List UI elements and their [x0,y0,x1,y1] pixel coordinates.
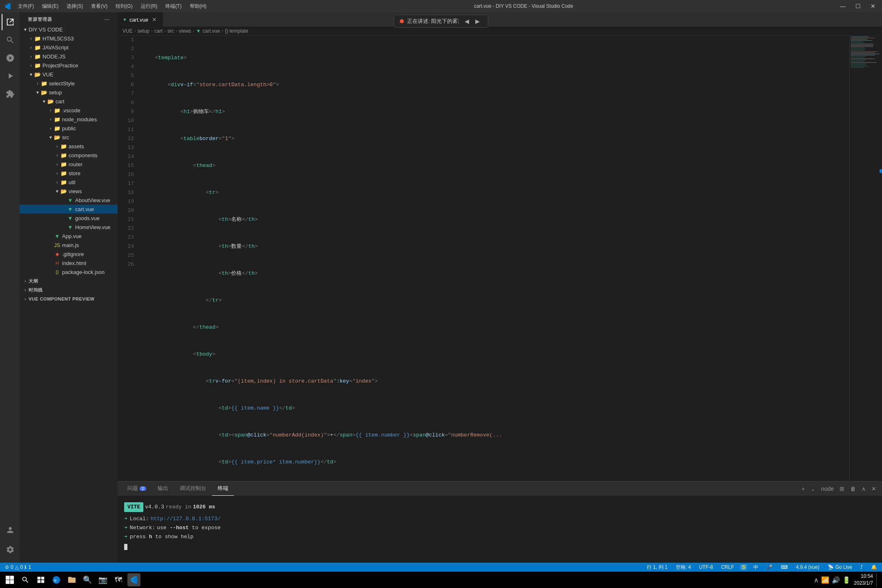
root-arrow[interactable]: ▼ [22,26,29,33]
sidebar-more-icon[interactable]: ··· [105,17,109,22]
status-cursor[interactable]: 行 1, 列 1 [645,564,669,571]
window-close[interactable]: ✕ [868,2,878,10]
sidebar-item-goods[interactable]: › ▼ goods.vue [20,214,118,223]
local-url[interactable]: http://127.0.0.1:5173/ [151,514,221,523]
arrow-store[interactable]: › [54,170,60,176]
status-go-live[interactable]: 📡 Go Live [826,564,854,570]
arrow-router[interactable]: › [54,161,60,167]
menu-view[interactable]: 查看(V) [88,2,111,11]
arrow-setup[interactable]: ▼ [34,89,41,96]
notification-next[interactable]: ▶ [473,17,482,26]
menu-select[interactable]: 选择(S) [63,2,86,11]
arrow-src[interactable]: ▼ [47,134,54,140]
menu-file[interactable]: 文件(F) [15,2,37,11]
panel-add-chevron[interactable]: ⌄ [809,485,817,493]
activity-run[interactable] [2,68,18,84]
sidebar-item-vscode[interactable]: › 📁 .vscode [20,106,118,115]
arrow-views[interactable]: ▼ [54,188,60,194]
breadcrumb-views[interactable]: views [179,28,191,34]
sidebar-item-util[interactable]: › 📁 util [20,178,118,187]
sidebar-item-packagelock[interactable]: › {} package-lock.json [20,267,118,276]
activity-explorer[interactable] [2,14,18,30]
panel-toolbar[interactable]: + ⌄ node ⊞ 🗑 ∧ ✕ [800,485,878,493]
notification-arrows[interactable]: ◀ ▶ [463,17,482,26]
sidebar-item-setup[interactable]: ▼ 📂 setup [20,88,118,97]
taskbar-explorer-button[interactable] [65,573,78,586]
taskbar-taskview-button[interactable] [34,573,47,586]
sidebar-item-src[interactable]: ▼ 📂 src [20,133,118,142]
activity-git[interactable] [2,50,18,66]
sidebar-content[interactable]: ▼ DIY VS CODE › 📁 HTML5CSS3 › 📁 JAVAScri… [20,25,118,563]
tray-volume[interactable]: 🔊 [832,576,840,584]
sidebar-item-nodejs[interactable]: › 📁 NODE.JS [20,52,118,61]
status-line-ending[interactable]: CRLF [719,564,735,570]
arrow-util[interactable]: › [54,179,60,185]
taskbar-maps-button[interactable]: 🗺 [112,573,125,586]
sidebar-item-node_modules[interactable]: › 📁 node_modules [20,115,118,124]
sidebar-item-views[interactable]: ▼ 📂 views [20,187,118,196]
panel-add-button[interactable]: + [800,485,806,493]
taskbar-snip-button[interactable]: 📷 [96,573,109,586]
tree-root[interactable]: ▼ DIY VS CODE [20,25,118,34]
arrow-vue[interactable]: ▼ [28,71,34,78]
panel-close-button[interactable]: ✕ [870,485,878,493]
status-keyboard[interactable]: ⌨ [779,564,789,570]
sidebar-item-mainjs[interactable]: › JS main.js [20,241,118,249]
arrow-vscode[interactable]: › [47,107,54,114]
arrow-html5css3[interactable]: › [28,35,34,42]
arrow-assets[interactable]: › [54,143,60,149]
activity-account[interactable] [2,522,18,538]
arrow-public[interactable]: › [47,125,54,131]
taskbar-start-button[interactable] [3,573,16,586]
sidebar-item-aboutview[interactable]: › ▼ AboutView.vue [20,196,118,205]
code-editor[interactable]: 12345 678910 1112131415 1617181920 21222… [118,36,882,481]
sidebar-item-html5css3[interactable]: › 📁 HTML5CSS3 [20,34,118,43]
sidebar-item-indexhtml[interactable]: › H index.html [20,258,118,267]
panel-split-button[interactable]: ⊞ [838,485,846,493]
status-bell[interactable]: 🔔 [869,564,879,570]
title-bar-menu[interactable]: 文件(F) 编辑(E) 选择(S) 查看(V) 转到(G) 运行(R) 终端(T… [15,2,209,11]
panel-tab-output[interactable]: 输出 [152,481,174,496]
taskbar-vscode-button[interactable] [127,573,140,586]
status-input-method[interactable]: 中 [752,564,760,571]
sidebar-item-vue[interactable]: ▼ 📂 VUE [20,70,118,79]
menu-run[interactable]: 运行(R) [138,2,161,11]
activity-settings[interactable] [2,541,18,558]
panel-tab-problems[interactable]: 问题 1 [122,481,152,496]
menu-edit[interactable]: 编辑(E) [39,2,62,11]
status-errors[interactable]: ⊘ 0 △ 0 ℹ 1 [3,564,33,570]
title-bar-controls[interactable]: — ☐ ✕ [837,2,878,10]
status-sougou[interactable]: S [740,564,747,570]
menu-goto[interactable]: 转到(G) [112,2,136,11]
tray-chevron[interactable]: ∧ [814,576,819,584]
section-vuepreview[interactable]: › VUE COMPONENT PREVIEW [20,294,118,303]
window-maximize[interactable]: ☐ [853,2,863,10]
tray-network[interactable]: 📶 [821,576,829,584]
sidebar-item-cart[interactable]: ▼ 📂 cart [20,97,118,106]
status-share[interactable]: ⤴ [859,564,864,570]
sidebar-item-selectstyle[interactable]: › 📁 selectStyle [20,79,118,88]
breadcrumb-cart[interactable]: cart [154,28,163,34]
sidebar-item-projectpractice[interactable]: › 📁 ProjectPractice [20,61,118,70]
taskbar-show-desktop[interactable] [876,573,879,586]
arrow-node_modules[interactable]: › [47,116,54,122]
breadcrumb-src[interactable]: src [167,28,174,34]
status-mic[interactable]: 🎤 [765,564,774,570]
taskbar-edge-button[interactable]: e [50,573,63,586]
activity-extensions[interactable] [2,86,18,102]
arrow-javascript[interactable]: › [28,44,34,51]
panel-trash-button[interactable]: 🗑 [849,485,858,493]
panel-tab-debug[interactable]: 调试控制台 [174,481,212,496]
sidebar-item-homeview[interactable]: › ▼ HomeView.vue [20,223,118,232]
taskbar-search-button[interactable] [19,573,32,586]
window-minimize[interactable]: — [837,2,848,10]
tab-cartvue[interactable]: ▼ cart.vue ✕ [118,12,163,27]
menu-help[interactable]: 帮助(H) [187,2,210,11]
arrow-cart[interactable]: ▼ [41,98,47,105]
arrow-selectstyle[interactable]: › [34,80,41,87]
sidebar-item-components[interactable]: › 📁 components [20,151,118,160]
sidebar-item-cartvue[interactable]: › ▼ cart.vue [20,205,118,214]
panel-tab-terminal[interactable]: 终端 [212,481,234,496]
code-content[interactable]: <template> <div v-if="store.cartData.len… [138,36,849,481]
breadcrumb-vue[interactable]: VUE [122,28,133,34]
